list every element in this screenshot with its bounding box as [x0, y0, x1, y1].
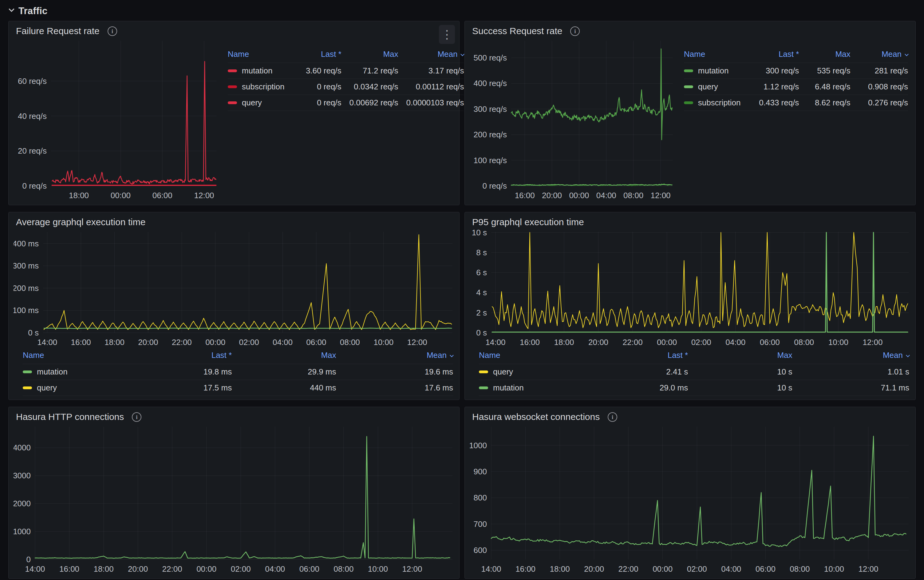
- panel-title[interactable]: Success Request rate: [472, 26, 562, 36]
- x-tick-label: 00:00: [205, 338, 225, 347]
- x-tick-label: 12:00: [858, 564, 878, 573]
- chart-area: 0 req/s20 req/s40 req/s60 req/s18:0000:0…: [13, 38, 219, 201]
- x-tick-label: 00:00: [653, 564, 673, 573]
- x-tick-label: 06:00: [760, 338, 780, 347]
- x-tick-label: 16:00: [515, 191, 535, 200]
- legend-col-last[interactable]: Last *: [571, 349, 688, 364]
- p95-graphql-execution-time-chart[interactable]: 0 s2 s4 s6 s8 s10 s14:0016:0018:0020:002…: [470, 229, 911, 348]
- x-tick-label: 14:00: [481, 564, 501, 573]
- panel-title[interactable]: P95 graphql execution time: [472, 217, 584, 227]
- legend-col-max[interactable]: Max: [799, 48, 850, 63]
- panel-title[interactable]: Hasura HTTP connections: [16, 412, 124, 422]
- legend-col-mean[interactable]: Mean: [851, 48, 908, 63]
- legend-col-last[interactable]: Last *: [741, 48, 799, 63]
- y-tick-label: 3000: [13, 471, 31, 480]
- legend-col-max[interactable]: Max: [342, 48, 398, 63]
- dashboard: Traffic Failure Request rate 0 req/s20 r…: [0, 0, 924, 579]
- legend-col-mean[interactable]: Mean: [792, 349, 909, 364]
- legend-value: 1.01 s: [792, 364, 909, 380]
- legend-series-name[interactable]: subscription: [698, 98, 741, 107]
- legend-table: NameLast *MaxMeanmutation19.8 ms29.9 ms1…: [23, 349, 453, 396]
- legend-value: 19.8 ms: [115, 364, 232, 380]
- x-tick-label: 22:00: [162, 564, 182, 573]
- x-tick-label: 06:00: [306, 338, 326, 347]
- section-row-traffic[interactable]: Traffic: [8, 4, 916, 21]
- legend-series-name[interactable]: query: [493, 367, 513, 376]
- success-request-rate-chart[interactable]: 0 req/s100 req/s200 req/s300 req/s400 re…: [470, 38, 675, 201]
- panel-body: 0100020003000400014:0016:0018:0020:0022:…: [13, 424, 454, 575]
- legend-col-name[interactable]: Name: [228, 48, 285, 63]
- legend-series-name[interactable]: query: [242, 98, 262, 107]
- y-tick-label: 800: [474, 493, 487, 502]
- x-tick-label: 04:00: [265, 564, 285, 573]
- x-tick-label: 12:00: [407, 338, 427, 347]
- info-icon[interactable]: [107, 26, 117, 36]
- x-tick-label: 20:00: [584, 564, 604, 573]
- legend-series-name[interactable]: mutation: [698, 66, 729, 75]
- y-tick-label: 100 req/s: [474, 156, 507, 165]
- y-tick-label: 200 ms: [13, 283, 39, 293]
- legend-col-last[interactable]: Last *: [115, 349, 232, 364]
- average-graphql-execution-time-chart[interactable]: 0 s100 ms200 ms300 ms400 ms14:0016:0018:…: [13, 229, 454, 348]
- x-tick-label: 22:00: [619, 564, 639, 573]
- legend-col-mean[interactable]: Mean: [398, 48, 464, 63]
- panel-menu-button[interactable]: [439, 25, 455, 44]
- legend-table: NameLast *MaxMeanmutation300 req/s535 re…: [684, 48, 908, 111]
- hasura-websocket-connections-chart[interactable]: 600700800900100014:0016:0018:0020:0022:0…: [470, 424, 911, 575]
- x-tick-label: 04:00: [726, 338, 746, 347]
- panel-title[interactable]: Failure Request rate: [16, 26, 100, 36]
- panel-failure-request-rate: Failure Request rate 0 req/s20 req/s40 r…: [8, 21, 460, 205]
- legend-value: 0.908 req/s: [851, 79, 908, 95]
- legend-series-name[interactable]: mutation: [37, 367, 68, 376]
- legend-col-name[interactable]: Name: [23, 349, 115, 364]
- legend-value: 0.0000103 req/s: [398, 95, 464, 111]
- x-tick-label: 06:00: [756, 564, 776, 573]
- legend-series-swatch: [684, 101, 693, 104]
- info-icon[interactable]: [570, 26, 580, 36]
- chart-area: 600700800900100014:0016:0018:0020:0022:0…: [470, 424, 911, 575]
- legend-col-mean[interactable]: Mean: [336, 349, 454, 364]
- legend-series-name[interactable]: subscription: [242, 82, 285, 91]
- legend-series-name[interactable]: mutation: [493, 383, 524, 392]
- legend-series-name[interactable]: mutation: [242, 66, 273, 75]
- x-tick-label: 06:00: [152, 191, 172, 200]
- legend-col-last[interactable]: Last *: [285, 48, 342, 63]
- hasura-http-connections-chart[interactable]: 0100020003000400014:0016:0018:0020:0022:…: [13, 424, 454, 575]
- legend-col-max[interactable]: Max: [688, 349, 792, 364]
- info-icon[interactable]: [132, 412, 141, 422]
- legend-value: 0.00692 req/s: [342, 95, 398, 111]
- x-tick-label: 02:00: [687, 564, 707, 573]
- panel-title[interactable]: Average graphql execution time: [16, 217, 145, 227]
- legend-series-swatch: [23, 386, 32, 389]
- legend-value: 0 req/s: [285, 95, 342, 111]
- panel-p95-graphql-execution-time: P95 graphql execution time 0 s2 s4 s6 s8…: [464, 212, 916, 400]
- legend-value: 19.6 ms: [336, 364, 454, 380]
- panel-title[interactable]: Hasura websocket connections: [472, 412, 600, 422]
- x-tick-label: 04:00: [273, 338, 293, 347]
- x-tick-label: 16:00: [59, 564, 79, 573]
- legend-col-max[interactable]: Max: [232, 349, 336, 364]
- failure-request-rate-chart[interactable]: 0 req/s20 req/s40 req/s60 req/s18:0000:0…: [13, 38, 219, 201]
- legend-value: 6.48 req/s: [799, 79, 850, 95]
- legend-value: 71.2 req/s: [342, 63, 398, 79]
- x-tick-label: 14:00: [37, 338, 57, 347]
- legend-table: NameLast *MaxMeanquery2.41 s10 s1.01 smu…: [479, 349, 909, 396]
- legend-series-name[interactable]: query: [698, 82, 718, 91]
- x-tick-label: 04:00: [596, 191, 616, 200]
- legend-col-name[interactable]: Name: [479, 349, 571, 364]
- legend-value: 281 req/s: [851, 63, 908, 79]
- legend-col-name[interactable]: Name: [684, 48, 741, 63]
- y-tick-label: 900: [474, 467, 487, 476]
- y-tick-label: 2 s: [476, 308, 487, 317]
- x-tick-label: 08:00: [333, 564, 353, 573]
- series-query: [44, 235, 452, 330]
- legend-value: 0.433 req/s: [741, 95, 799, 111]
- legend-series-swatch: [684, 69, 693, 72]
- x-tick-label: 20:00: [588, 338, 608, 347]
- legend-series-name[interactable]: query: [37, 383, 57, 392]
- legend-value: 1.12 req/s: [741, 79, 799, 95]
- info-icon[interactable]: [608, 412, 617, 422]
- x-tick-label: 20:00: [138, 338, 158, 347]
- series-mutation: [44, 328, 452, 328]
- legend-row: subscription0.433 req/s8.62 req/s0.276 r…: [684, 95, 908, 111]
